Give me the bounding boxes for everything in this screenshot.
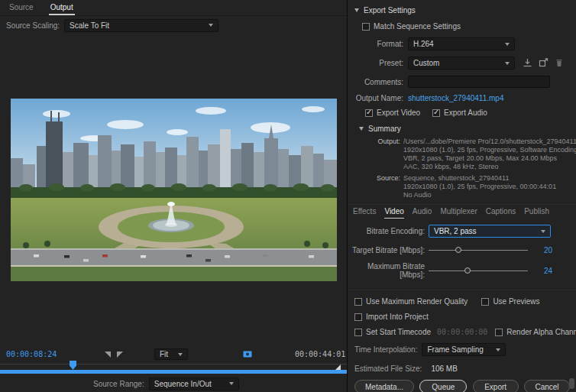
slider-thumb[interactable] — [455, 247, 461, 253]
checkbox-label: Match Sequence Settings — [374, 22, 461, 31]
triangle-down-icon — [359, 127, 364, 131]
preview-image — [11, 99, 337, 281]
source-range-value: Sequence In/Out — [154, 380, 212, 388]
summary-source: Source: Sequence, shutterstock_27940411 … — [348, 174, 576, 199]
summary-source-label: Source: — [371, 174, 400, 199]
chevron-down-icon — [505, 43, 510, 46]
tab-source[interactable]: Source — [8, 0, 35, 15]
summary-line: Sequence, shutterstock_27940411 — [403, 174, 576, 183]
export-audio-checkbox[interactable]: Export Audio — [432, 109, 487, 117]
time-interpolation-select[interactable]: Frame Sampling — [422, 343, 506, 356]
metadata-button[interactable]: Metadata... — [354, 380, 414, 392]
timeline[interactable] — [0, 361, 347, 375]
format-select[interactable]: H.264 — [408, 37, 515, 50]
summary-output-label: Output: — [371, 138, 400, 171]
current-timecode[interactable]: 00:00:08:24 — [6, 350, 57, 358]
export-video-checkbox[interactable]: Export Video — [365, 109, 420, 117]
match-sequence-checkbox[interactable]: Match Sequence Settings — [362, 22, 461, 31]
save-preset-icon[interactable] — [523, 58, 532, 69]
preset-label: Preset: — [348, 59, 403, 67]
set-start-timecode-checkbox[interactable]: Set Start Timecode — [354, 328, 431, 336]
preset-select[interactable]: Custom — [408, 57, 515, 70]
max-render-quality-checkbox[interactable]: Use Maximum Render Quality — [354, 297, 468, 306]
out-point-handle[interactable] — [335, 364, 341, 370]
source-scaling-select[interactable]: Scale To Fit — [64, 19, 218, 32]
estimated-file-size-value: 106 MB — [431, 364, 457, 373]
chevron-down-icon — [209, 24, 213, 27]
checkbox-label: Import Into Project — [366, 313, 429, 321]
checkbox-box[interactable] — [495, 329, 503, 336]
timeline-scrollbar[interactable] — [0, 370, 347, 374]
settings-panel: Export Settings Match Sequence Settings … — [348, 0, 576, 392]
checkbox-box[interactable] — [432, 109, 440, 117]
max-bitrate-slider[interactable] — [429, 266, 528, 275]
chevron-down-icon — [505, 62, 510, 65]
tab-audio[interactable]: Audio — [413, 207, 432, 219]
triangle-down-icon — [354, 8, 359, 12]
tab-publish[interactable]: Publish — [524, 207, 549, 219]
share-preset-icon[interactable] — [539, 58, 548, 69]
format-label: Format: — [348, 40, 403, 48]
summary-header[interactable]: Summary — [348, 125, 576, 133]
checkbox-box[interactable] — [354, 329, 362, 336]
export-settings-section: Export Settings Match Sequence Settings … — [348, 0, 576, 205]
import-into-project-checkbox[interactable]: Import Into Project — [354, 313, 429, 321]
slider-track — [429, 250, 528, 251]
delete-preset-icon[interactable] — [555, 58, 564, 69]
tab-video[interactable]: Video — [384, 207, 403, 219]
target-bitrate-value[interactable]: 20 — [534, 246, 552, 254]
checkbox-box[interactable] — [365, 109, 373, 117]
zoom-level-value: Fit — [160, 350, 168, 358]
preview-tabs: Source Output — [0, 0, 347, 16]
tab-captions[interactable]: Captions — [486, 207, 516, 219]
max-bitrate-value[interactable]: 24 — [534, 267, 552, 275]
slider-track — [429, 271, 528, 271]
checkbox-box[interactable] — [362, 23, 370, 31]
scrollbar-thumb[interactable] — [569, 378, 574, 389]
transport-bar: 00:00:08:24 Fit 00:00:44:01 — [0, 348, 347, 361]
tab-effects[interactable]: Effects — [353, 207, 376, 219]
summary-line: AAC, 320 kbps, 48 kHz, Stereo — [403, 163, 576, 171]
export-settings-dialog: Source Output Source Scaling: Scale To F… — [0, 0, 576, 392]
output-name-link[interactable]: shutterstock_27940411.mp4 — [408, 94, 503, 102]
slider-thumb[interactable] — [464, 267, 471, 274]
timeline-track[interactable] — [0, 364, 347, 364]
tab-output[interactable]: Output — [49, 0, 75, 15]
export-button[interactable]: Export — [473, 380, 519, 392]
source-scaling-value: Scale To Fit — [70, 21, 109, 30]
zoom-level-select[interactable]: Fit — [154, 348, 188, 360]
cancel-button[interactable]: Cancel — [524, 380, 570, 392]
export-settings-header[interactable]: Export Settings — [348, 6, 576, 15]
use-previews-checkbox[interactable]: Use Previews — [481, 297, 539, 306]
bitrate-encoding-select[interactable]: VBR, 2 pass — [429, 225, 551, 238]
render-options-section: Use Maximum Render Quality Use Previews … — [348, 297, 576, 392]
output-name-label: Output Name: — [348, 94, 403, 102]
time-interpolation-label: Time Interpolation: — [354, 345, 417, 354]
checkbox-label: Export Video — [377, 109, 420, 117]
video-preview — [11, 99, 337, 281]
source-range-select[interactable]: Sequence In/Out — [149, 377, 239, 390]
tab-multiplexer[interactable]: Multiplexer — [440, 207, 477, 219]
format-tabs-section: Effects Video Audio Multiplexer Captions… — [348, 205, 576, 290]
source-scaling-row: Source Scaling: Scale To Fit — [0, 17, 218, 34]
target-bitrate-label: Target Bitrate [Mbps]: — [348, 246, 425, 254]
checkbox-label: Use Previews — [493, 297, 539, 306]
export-frame-icon[interactable] — [243, 350, 252, 360]
max-bitrate-label: Maximum Bitrate [Mbps]: — [348, 262, 425, 279]
chevron-down-icon — [496, 348, 500, 352]
set-in-point-icon[interactable] — [105, 352, 111, 358]
set-out-point-icon[interactable] — [117, 352, 123, 358]
target-bitrate-slider[interactable] — [429, 245, 528, 254]
summary-line: VBR, 2 pass, Target 20.00 Mbps, Max 24.0… — [403, 154, 576, 163]
checkbox-label: Export Audio — [444, 109, 487, 117]
render-alpha-checkbox[interactable]: Render Alpha Channel Only — [495, 328, 576, 336]
comments-input[interactable] — [408, 76, 550, 88]
summary-line: 1920x1080 (1.0), 25 fps, Progressive, 00… — [403, 183, 576, 191]
checkbox-box[interactable] — [481, 298, 489, 306]
checkbox-box[interactable] — [354, 313, 362, 321]
playhead[interactable] — [70, 361, 76, 370]
queue-button[interactable]: Queue — [419, 380, 467, 392]
checkbox-label: Use Maximum Render Quality — [366, 297, 468, 306]
checkbox-box[interactable] — [354, 298, 362, 306]
source-range-row: Source Range: Sequence In/Out — [0, 376, 347, 391]
